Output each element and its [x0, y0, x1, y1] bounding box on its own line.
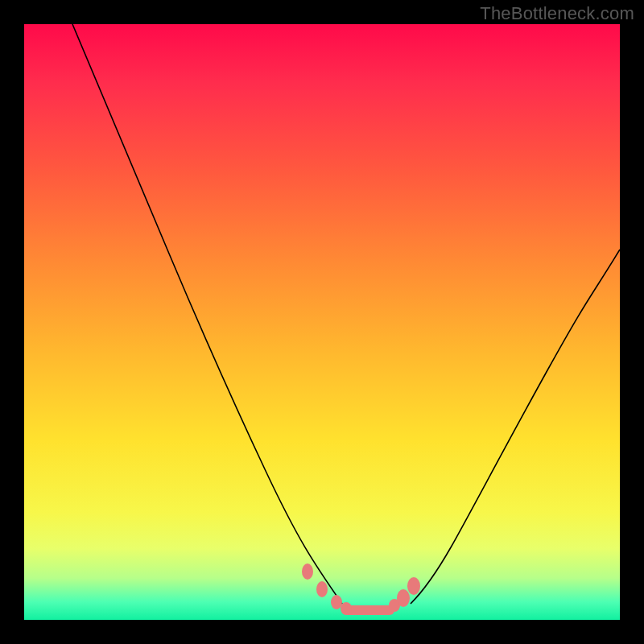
bead-7 [407, 577, 420, 595]
bead-3 [331, 595, 342, 609]
bead-1 [302, 564, 313, 580]
plot-area [24, 24, 620, 620]
bead-6 [397, 589, 410, 607]
bead-2 [316, 581, 328, 597]
right-branch-path [411, 250, 620, 604]
bead-4 [341, 602, 352, 615]
left-branch-path [72, 24, 342, 604]
watermark-text: TheBottleneck.com [480, 3, 634, 24]
curve-layer [24, 24, 620, 620]
chart-frame: TheBottleneck.com [0, 0, 644, 644]
